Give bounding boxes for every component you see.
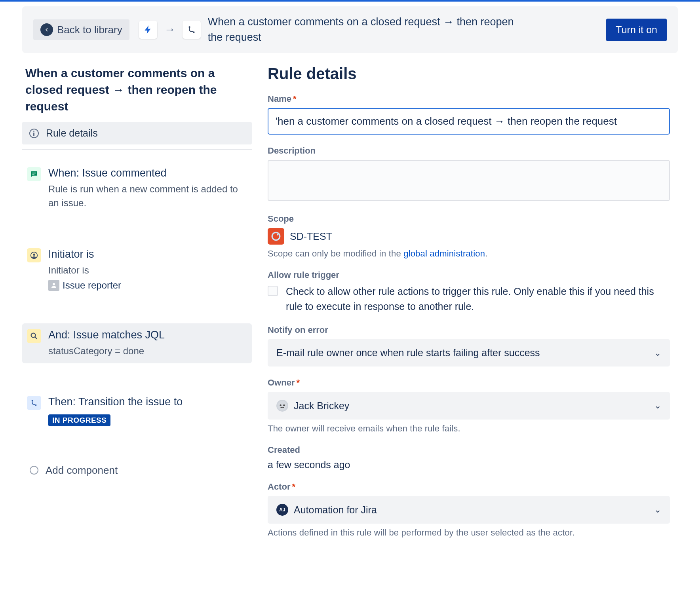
branch-icon xyxy=(27,396,41,410)
rule-details-panel: Rule details Name* Description Scope SD-… xyxy=(268,65,678,538)
owner-label: Owner* xyxy=(268,378,670,388)
sidebar-rule-details[interactable]: Rule details xyxy=(22,122,252,144)
step-trigger-sub: Rule is run when a new comment is added … xyxy=(48,182,247,210)
status-pill: IN PROGRESS xyxy=(48,414,110,426)
svg-point-3 xyxy=(33,253,35,256)
step-add-heading: Add component xyxy=(46,464,118,477)
scope-helper: Scope can only be modified in the global… xyxy=(268,249,670,259)
svg-point-5 xyxy=(31,333,36,337)
arrow-left-circle-icon xyxy=(40,23,53,36)
notify-value: E-mail rule owner once when rule starts … xyxy=(276,347,540,359)
step-cond1-heading: Initiator is xyxy=(48,248,121,260)
empty-circle-icon xyxy=(30,466,38,475)
reporter-avatar-icon xyxy=(48,280,59,291)
description-label: Description xyxy=(268,146,670,156)
chevron-down-icon: ⌄ xyxy=(654,348,661,358)
allow-trigger-text: Check to allow other rule actions to tri… xyxy=(286,284,670,314)
scope-label: Scope xyxy=(268,214,670,224)
notify-label: Notify on error xyxy=(268,325,670,335)
step-condition-initiator[interactable]: Initiator is Initiator is Issue reporter xyxy=(22,243,252,296)
allow-trigger-label: Allow rule trigger xyxy=(268,270,670,280)
header-rule-summary: When a customer comments on a closed req… xyxy=(208,14,517,45)
project-icon xyxy=(268,228,284,245)
person-lock-icon xyxy=(27,248,41,262)
svg-point-9 xyxy=(280,404,282,406)
arrow-right-icon: → xyxy=(164,23,175,36)
notify-select[interactable]: E-mail rule owner once when rule starts … xyxy=(268,339,670,367)
svg-point-7 xyxy=(277,234,278,235)
created-value: a few seconds ago xyxy=(268,459,670,471)
svg-rect-0 xyxy=(32,173,36,174)
global-admin-link[interactable]: global administration xyxy=(403,249,485,258)
owner-avatar-icon xyxy=(276,400,288,412)
step-trigger[interactable]: When: Issue commented Rule is run when a… xyxy=(22,161,252,216)
back-label: Back to library xyxy=(57,24,122,36)
search-icon xyxy=(27,329,41,343)
info-icon xyxy=(29,129,39,138)
actor-label: Actor* xyxy=(268,482,670,492)
step-action-transition[interactable]: Then: Transition the issue to IN PROGRES… xyxy=(22,390,252,432)
rule-title: When a customer comments on a closed req… xyxy=(22,65,252,115)
step-action-heading: Then: Transition the issue to xyxy=(48,396,183,408)
header-bar: Back to library → When a customer commen… xyxy=(22,6,678,53)
step-trigger-heading: When: Issue commented xyxy=(48,167,247,179)
actor-value: Automation for Jira xyxy=(294,504,377,516)
svg-point-10 xyxy=(283,404,285,406)
svg-point-6 xyxy=(272,233,280,241)
chevron-down-icon: ⌄ xyxy=(654,505,661,515)
owner-helper: The owner will receive emails when the r… xyxy=(268,423,670,434)
owner-select[interactable]: Jack Brickey ⌄ xyxy=(268,392,670,420)
svg-point-4 xyxy=(53,283,55,285)
step-cond1-reporter: Issue reporter xyxy=(63,280,121,291)
step-cond2-heading: And: Issue matches JQL xyxy=(48,329,165,341)
back-to-library-button[interactable]: Back to library xyxy=(33,19,129,40)
scope-project-name: SD-TEST xyxy=(290,231,332,242)
allow-trigger-checkbox[interactable] xyxy=(268,286,278,296)
svg-rect-1 xyxy=(32,174,34,175)
bolt-icon xyxy=(139,21,157,39)
turn-it-on-button[interactable]: Turn it on xyxy=(606,19,667,41)
actor-select[interactable]: AJ Automation for Jira ⌄ xyxy=(268,496,670,524)
step-add-component[interactable]: Add component xyxy=(22,459,252,485)
chevron-down-icon: ⌄ xyxy=(654,401,661,411)
owner-value: Jack Brickey xyxy=(294,400,349,412)
divider xyxy=(22,149,252,150)
rule-steps-sidebar: When a customer comments on a closed req… xyxy=(22,65,252,538)
section-title: Rule details xyxy=(268,65,670,83)
name-input[interactable] xyxy=(268,108,670,135)
actor-avatar-icon: AJ xyxy=(276,504,288,516)
step-cond1-sub: Initiator is xyxy=(48,264,121,277)
step-condition-jql[interactable]: And: Issue matches JQL statusCategory = … xyxy=(22,323,252,364)
svg-point-8 xyxy=(278,401,287,410)
comment-icon xyxy=(27,167,41,181)
actor-helper: Actions defined in this rule will be per… xyxy=(268,528,670,538)
branch-icon xyxy=(183,21,201,39)
step-cond2-sub: statusCategory = done xyxy=(48,344,165,358)
description-input[interactable] xyxy=(268,160,670,201)
rule-details-label: Rule details xyxy=(46,127,98,139)
created-label: Created xyxy=(268,445,670,455)
name-label: Name* xyxy=(268,94,670,104)
